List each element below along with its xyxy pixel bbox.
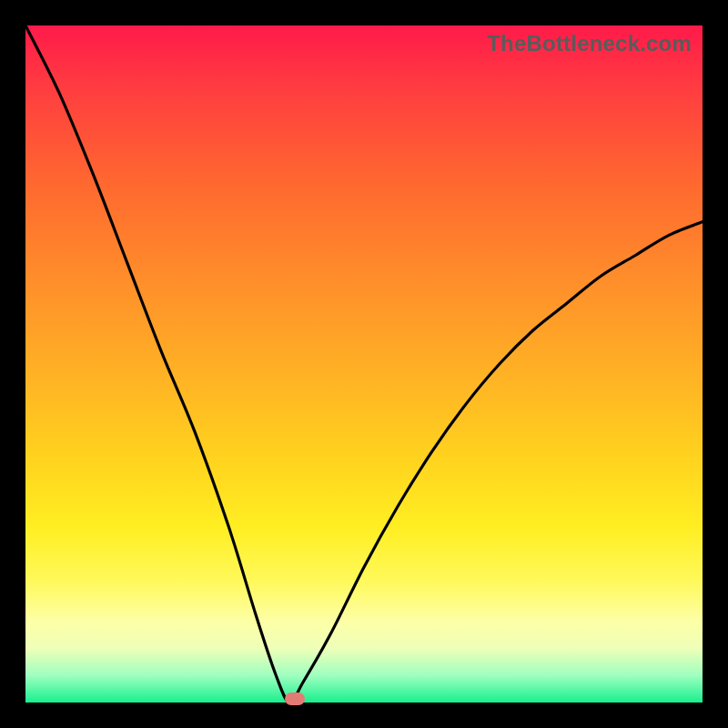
plot-area: TheBottleneck.com (25, 25, 703, 703)
bottleneck-curve (25, 25, 703, 703)
curve-path (25, 25, 703, 703)
chart-frame: TheBottleneck.com (0, 0, 728, 728)
optimum-marker (285, 693, 305, 705)
